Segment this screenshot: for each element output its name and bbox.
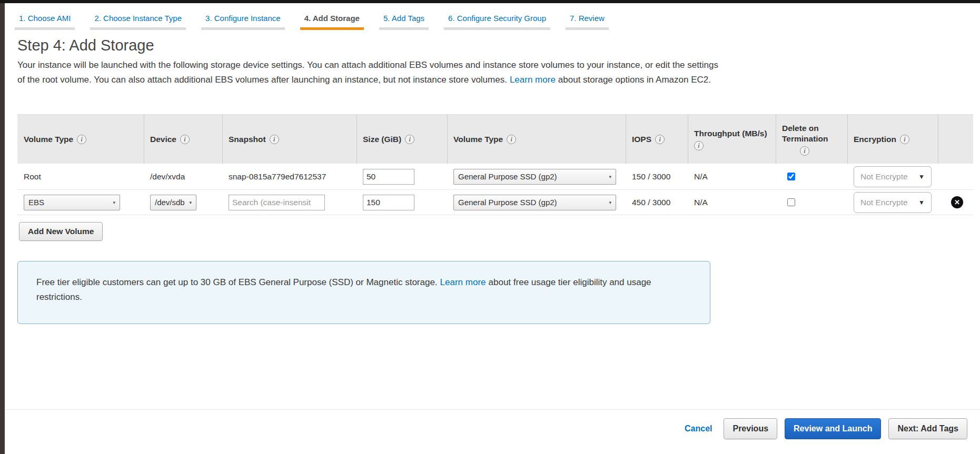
ebs-throughput-value: N/A [688, 190, 776, 215]
storage-volumes-table: Volume Typei Devicei Snapshoti Size (GiB… [17, 114, 973, 215]
tab-configure-instance[interactable]: 3. Configure Instance [201, 11, 285, 30]
tab-choose-ami[interactable]: 1. Choose AMI [15, 11, 75, 30]
col-header-snapshot: Snapshoti [222, 115, 357, 164]
col-header-encryption: Encryptioni [847, 115, 938, 164]
col-header-actions [938, 115, 973, 164]
tab-configure-security-group[interactable]: 6. Configure Security Group [444, 11, 550, 30]
ebs-snapshot-search-input[interactable] [229, 195, 325, 210]
info-icon[interactable]: i [270, 135, 279, 144]
root-encryption-select[interactable]: Not Encrypte▼ [854, 166, 932, 187]
footer-divider [5, 409, 980, 410]
chevron-down-icon: ▼ [918, 173, 925, 180]
tab-add-tags[interactable]: 5. Add Tags [379, 11, 429, 30]
storage-learn-more-link[interactable]: Learn more [510, 75, 556, 85]
window-left-edge [0, 0, 5, 454]
info-icon[interactable]: i [405, 135, 414, 144]
root-volume-type-select[interactable]: General Purpose SSD (gp2)▾ [453, 169, 616, 185]
intro-text-after: about storage options in Amazon EC2. [558, 75, 711, 85]
cancel-link[interactable]: Cancel [685, 424, 712, 433]
add-storage-page: 1. Choose AMI 2. Choose Instance Type 3.… [0, 0, 980, 454]
page-description: Your instance will be launched with the … [17, 58, 726, 87]
col-header-delete-on-termination: Delete on Terminationi [776, 115, 847, 164]
ebs-volume-type-gp2-select[interactable]: General Purpose SSD (gp2)▾ [453, 195, 616, 210]
info-icon[interactable]: i [800, 146, 809, 156]
col-header-volume-type: Volume Typei [17, 115, 144, 164]
chevron-down-icon: ▾ [609, 174, 611, 179]
col-header-size: Size (GiB)i [357, 115, 447, 164]
col-header-volume-type-2: Volume Typei [447, 115, 626, 164]
remove-volume-icon[interactable]: ✕ [951, 196, 963, 208]
chevron-down-icon: ▼ [918, 199, 925, 206]
table-row-root-volume: Root /dev/xvda snap-0815a779ed7612537 Ge… [17, 164, 973, 189]
chevron-down-icon: ▾ [113, 200, 115, 205]
tab-add-storage[interactable]: 4. Add Storage [300, 11, 364, 30]
wizard-steps-nav: 1. Choose AMI 2. Choose Instance Type 3.… [15, 11, 624, 30]
table-row-ebs-volume: EBS▾ /dev/sdb▾ General Purpose SSD (gp2)… [17, 189, 973, 215]
info-icon[interactable]: i [655, 135, 665, 144]
ebs-size-input[interactable] [363, 195, 414, 210]
info-icon[interactable]: i [900, 135, 909, 144]
info-icon[interactable]: i [180, 135, 190, 144]
window-top-edge [0, 0, 980, 3]
root-size-input[interactable] [363, 169, 414, 185]
ebs-volume-type-select[interactable]: EBS▾ [24, 195, 120, 210]
col-header-throughput: Throughput (MB/s)i [688, 115, 776, 164]
ebs-encryption-select[interactable]: Not Encrypte▼ [854, 192, 932, 213]
col-header-device: Devicei [144, 115, 222, 164]
tab-choose-instance-type[interactable]: 2. Choose Instance Type [90, 11, 186, 30]
info-icon[interactable]: i [694, 141, 704, 150]
info-icon[interactable]: i [507, 135, 516, 144]
notice-text: Free tier eligible customers can get up … [36, 277, 438, 287]
free-tier-learn-more-link[interactable]: Learn more [440, 277, 486, 287]
table-header-row: Volume Typei Devicei Snapshoti Size (GiB… [17, 114, 973, 164]
ebs-device-select[interactable]: /dev/sdb▾ [150, 195, 196, 210]
root-delete-on-termination-checkbox[interactable] [787, 173, 795, 180]
ebs-iops-value: 450 / 3000 [626, 190, 688, 215]
free-tier-notice: Free tier eligible customers can get up … [17, 261, 710, 324]
ebs-delete-on-termination-checkbox[interactable] [787, 198, 795, 206]
root-snapshot-value: snap-0815a779ed7612537 [222, 164, 357, 189]
footer-actions: Cancel Previous Review and Launch Next: … [685, 418, 967, 439]
tab-review[interactable]: 7. Review [566, 11, 609, 30]
root-iops-value: 150 / 3000 [626, 164, 688, 189]
root-volume-type-label: Root [17, 164, 144, 189]
previous-button[interactable]: Previous [724, 418, 777, 439]
review-and-launch-button[interactable]: Review and Launch [785, 418, 881, 439]
root-throughput-value: N/A [688, 164, 776, 189]
root-device-value: /dev/xvda [144, 164, 222, 189]
add-new-volume-button[interactable]: Add New Volume [19, 222, 103, 241]
page-title: Step 4: Add Storage [17, 36, 154, 55]
col-header-iops: IOPSi [626, 115, 688, 164]
info-icon[interactable]: i [77, 135, 86, 144]
next-add-tags-button[interactable]: Next: Add Tags [888, 418, 967, 439]
chevron-down-icon: ▾ [609, 200, 611, 205]
chevron-down-icon: ▾ [189, 200, 192, 205]
